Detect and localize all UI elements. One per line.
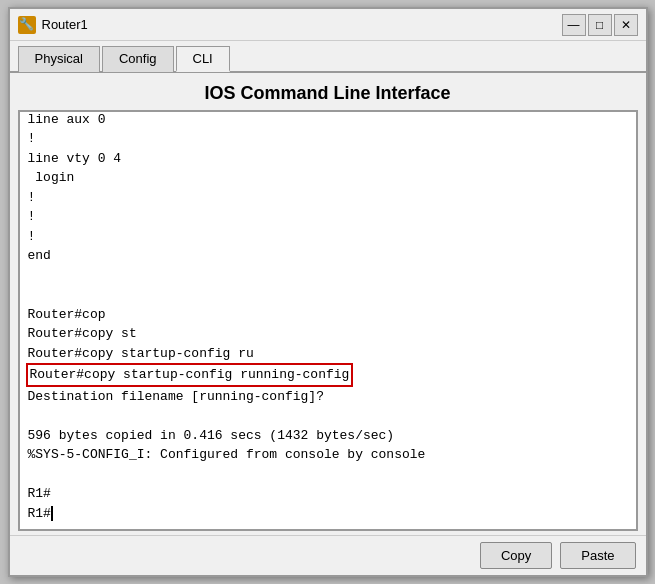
highlighted-command: Router#copy startup-config running-confi…	[26, 363, 354, 387]
cli-area: ! line con 0 ! line aux 0 ! line vty 0 4…	[18, 110, 638, 531]
router-window: 🔧 Router1 — □ ✕ Physical Config CLI IOS …	[8, 7, 648, 577]
bottom-bar: Copy Paste	[10, 535, 646, 575]
tab-physical[interactable]: Physical	[18, 46, 100, 72]
close-button[interactable]: ✕	[614, 14, 638, 36]
tab-cli[interactable]: CLI	[176, 46, 230, 72]
tab-config[interactable]: Config	[102, 46, 174, 72]
page-title: IOS Command Line Interface	[10, 73, 646, 110]
maximize-button[interactable]: □	[588, 14, 612, 36]
minimize-button[interactable]: —	[562, 14, 586, 36]
copy-button[interactable]: Copy	[480, 542, 552, 569]
cli-content[interactable]: ! line con 0 ! line aux 0 ! line vty 0 4…	[20, 112, 636, 529]
window-title: Router1	[42, 17, 556, 32]
window-icon: 🔧	[18, 16, 36, 34]
paste-button[interactable]: Paste	[560, 542, 635, 569]
title-bar: 🔧 Router1 — □ ✕	[10, 9, 646, 41]
tab-bar: Physical Config CLI	[10, 41, 646, 73]
title-bar-controls: — □ ✕	[562, 14, 638, 36]
